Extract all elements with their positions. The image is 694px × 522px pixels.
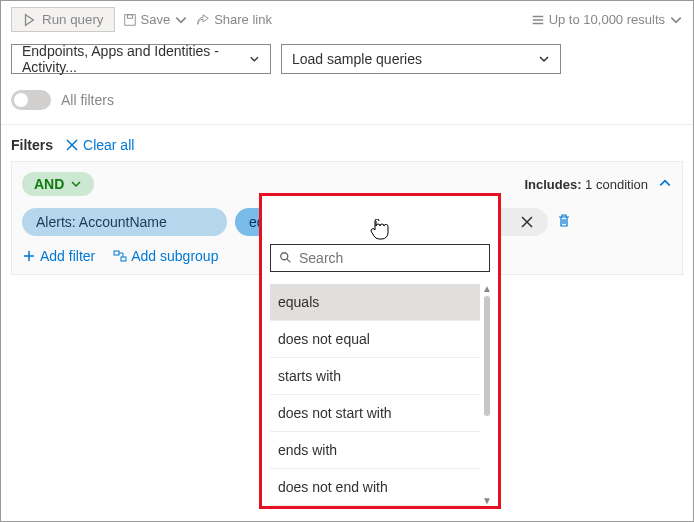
all-filters-label: All filters — [61, 92, 114, 108]
dropdown-item-does-not-end-with[interactable]: does not end with — [270, 469, 480, 506]
scope-label: Endpoints, Apps and Identities - Activit… — [22, 43, 249, 75]
save-label: Save — [141, 12, 171, 27]
sample-queries-selector[interactable]: Load sample queries — [281, 44, 561, 74]
add-filter-button[interactable]: Add filter — [22, 248, 95, 264]
chevron-down-icon — [174, 13, 188, 27]
chevron-down-icon — [669, 13, 683, 27]
dropdown-list: equals does not equal starts with does n… — [270, 284, 490, 506]
all-filters-toggle[interactable] — [11, 90, 51, 110]
svg-rect-3 — [121, 257, 126, 261]
share-icon — [196, 13, 210, 27]
scroll-down-arrow-icon[interactable]: ▼ — [482, 496, 492, 506]
scroll-thumb[interactable] — [484, 296, 490, 416]
logic-operator-label: AND — [34, 176, 64, 192]
run-query-button[interactable]: Run query — [11, 7, 115, 32]
filter-field-label: Alerts: AccountName — [36, 214, 167, 230]
svg-rect-0 — [124, 14, 135, 25]
play-icon — [22, 13, 36, 27]
add-subgroup-label: Add subgroup — [131, 248, 218, 264]
delete-condition-button[interactable] — [556, 213, 572, 232]
clear-icon[interactable] — [520, 215, 534, 229]
svg-point-4 — [281, 253, 288, 260]
dropdown-search-box[interactable] — [270, 244, 490, 272]
trash-icon — [556, 213, 572, 229]
results-limit-button[interactable]: Up to 10,000 results — [531, 12, 683, 27]
share-link-button[interactable]: Share link — [196, 12, 272, 27]
filter-field-pill[interactable]: Alerts: AccountName — [22, 208, 227, 236]
save-button[interactable]: Save — [123, 12, 189, 27]
chevron-down-icon — [70, 178, 82, 190]
sample-label: Load sample queries — [292, 51, 422, 67]
list-icon — [531, 13, 545, 27]
search-icon — [279, 251, 293, 265]
dropdown-item-does-not-start-with[interactable]: does not start with — [270, 395, 480, 432]
chevron-up-icon — [658, 176, 672, 190]
svg-rect-1 — [127, 14, 132, 18]
dropdown-item-equals[interactable]: equals — [270, 284, 480, 321]
clear-all-button[interactable]: Clear all — [65, 137, 134, 153]
add-filter-label: Add filter — [40, 248, 95, 264]
operator-dropdown: equals does not equal starts with does n… — [259, 193, 501, 509]
dropdown-scrollbar[interactable]: ▲ ▼ — [484, 284, 490, 506]
close-icon — [65, 138, 79, 152]
filters-heading: Filters — [11, 137, 53, 153]
chevron-down-icon — [249, 53, 260, 65]
includes-text: Includes: 1 condition — [524, 177, 648, 192]
subgroup-icon — [113, 249, 127, 263]
save-icon — [123, 13, 137, 27]
share-label: Share link — [214, 12, 272, 27]
svg-rect-2 — [114, 251, 119, 255]
results-label: Up to 10,000 results — [549, 12, 665, 27]
logic-operator-pill[interactable]: AND — [22, 172, 94, 196]
chevron-down-icon — [538, 53, 550, 65]
run-query-label: Run query — [42, 12, 104, 27]
collapse-button[interactable] — [658, 176, 672, 193]
dropdown-search-input[interactable] — [299, 250, 481, 266]
dropdown-item-starts-with[interactable]: starts with — [270, 358, 480, 395]
dropdown-item-does-not-equal[interactable]: does not equal — [270, 321, 480, 358]
clear-all-label: Clear all — [83, 137, 134, 153]
scroll-up-arrow-icon[interactable]: ▲ — [482, 284, 492, 294]
dropdown-item-ends-with[interactable]: ends with — [270, 432, 480, 469]
plus-icon — [22, 249, 36, 263]
add-subgroup-button[interactable]: Add subgroup — [113, 248, 218, 264]
scope-selector[interactable]: Endpoints, Apps and Identities - Activit… — [11, 44, 271, 74]
